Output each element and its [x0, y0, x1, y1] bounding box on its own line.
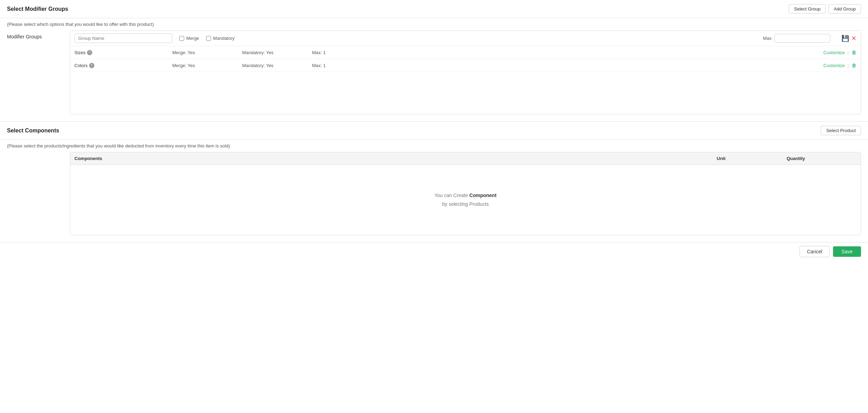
modifier-groups-title: Select Modifier Groups	[7, 6, 68, 12]
sizes-row-actions: Customize | 🗑	[823, 50, 856, 55]
components-empty-state: You can Create Component by selecting Pr…	[70, 165, 861, 235]
components-section-header: Select Components Select Product	[0, 122, 868, 140]
select-group-button[interactable]: Select Group	[789, 4, 826, 14]
sizes-help-icon[interactable]: ?	[87, 50, 92, 55]
modifier-groups-area: Modifier Groups Merge Mandatory Max	[0, 30, 868, 121]
max-group: Max	[763, 34, 830, 43]
components-empty-line1: You can Create Component	[434, 191, 497, 200]
mandatory-checkbox-group: Mandatory	[206, 36, 234, 41]
max-label: Max	[763, 36, 772, 41]
select-product-button[interactable]: Select Product	[821, 126, 861, 135]
modifier-table: Merge Mandatory Max 💾 ✕ Sizes	[70, 30, 861, 114]
merge-checkbox[interactable]	[179, 36, 184, 41]
components-table-header: Components Unit Quantity	[70, 152, 861, 165]
colors-row-actions: Customize | 🗑	[823, 63, 856, 68]
colors-max: Max: 1	[312, 63, 823, 68]
save-button[interactable]: Save	[833, 246, 861, 257]
colors-name: Colors ?	[74, 63, 172, 68]
components-title: Select Components	[7, 128, 59, 134]
components-empty-line2: by selecting Products	[442, 200, 489, 209]
modifier-groups-label: Modifier Groups	[7, 30, 70, 114]
mandatory-checkbox[interactable]	[206, 36, 211, 41]
remove-row-icon[interactable]: ✕	[851, 35, 856, 42]
sizes-name: Sizes ?	[74, 50, 172, 55]
max-input[interactable]	[774, 34, 830, 43]
colors-help-icon[interactable]: ?	[89, 63, 94, 68]
save-row-icon[interactable]: 💾	[841, 35, 849, 42]
sizes-merge: Merge: Yes	[172, 50, 242, 55]
modifier-empty-space	[70, 72, 861, 114]
colors-merge: Merge: Yes	[172, 63, 242, 68]
colors-mandatory: Mandatory: Yes	[242, 63, 312, 68]
modifier-groups-buttons: Select Group Add Group	[789, 4, 861, 14]
modifier-groups-section-header: Select Modifier Groups Select Group Add …	[0, 0, 868, 18]
modifier-add-row: Merge Mandatory Max 💾 ✕	[70, 31, 861, 46]
col-unit-header: Unit	[717, 156, 787, 161]
col-quantity-header: Quantity	[787, 156, 856, 161]
sizes-delete-icon[interactable]: 🗑	[852, 50, 856, 55]
components-label	[7, 152, 70, 235]
components-empty-bold: Component	[469, 193, 497, 198]
footer: Cancel Save	[0, 242, 868, 261]
colors-separator: |	[848, 63, 849, 68]
modifier-row-sizes: Sizes ? Merge: Yes Mandatory: Yes Max: 1…	[70, 46, 861, 59]
colors-customize-link[interactable]: Customize	[823, 63, 845, 68]
merge-checkbox-group: Merge	[179, 36, 199, 41]
add-row-actions: 💾 ✕	[841, 35, 856, 42]
col-components-header: Components	[74, 156, 717, 161]
modifier-row-colors: Colors ? Merge: Yes Mandatory: Yes Max: …	[70, 59, 861, 72]
add-group-button[interactable]: Add Group	[829, 4, 861, 14]
mandatory-label: Mandatory	[213, 36, 234, 41]
sizes-max: Max: 1	[312, 50, 823, 55]
components-table: Components Unit Quantity You can Create …	[70, 152, 861, 235]
sizes-separator: |	[848, 50, 849, 55]
components-description: (Please select the products/ingredients …	[0, 140, 868, 152]
merge-label: Merge	[186, 36, 199, 41]
sizes-customize-link[interactable]: Customize	[823, 50, 845, 55]
cancel-button[interactable]: Cancel	[800, 246, 830, 257]
modifier-groups-description: (Please select which options that you wo…	[0, 18, 868, 30]
group-name-input[interactable]	[74, 34, 172, 43]
sizes-mandatory: Mandatory: Yes	[242, 50, 312, 55]
page-wrapper: Select Modifier Groups Select Group Add …	[0, 0, 868, 413]
colors-delete-icon[interactable]: 🗑	[852, 63, 856, 68]
components-buttons: Select Product	[821, 126, 861, 135]
components-area: Components Unit Quantity You can Create …	[0, 152, 868, 242]
